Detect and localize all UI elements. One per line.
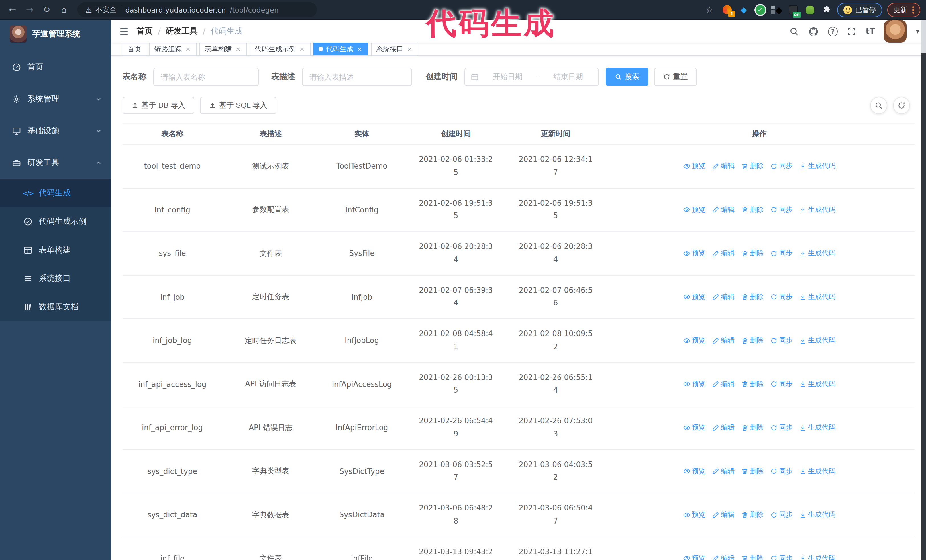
action-generate-link[interactable]: 生成代码 (799, 510, 835, 519)
action-sync-link[interactable]: 同步 (770, 510, 793, 519)
action-edit-link[interactable]: 编辑 (712, 379, 735, 389)
hamburger-icon[interactable] (119, 27, 129, 36)
refresh-table-button[interactable] (893, 97, 910, 114)
action-sync-link[interactable]: 同步 (770, 335, 793, 345)
action-sync-link[interactable]: 同步 (770, 466, 793, 476)
sidebar-item-system-api[interactable]: 系统接口 (0, 264, 111, 293)
table-desc-input[interactable] (302, 68, 412, 86)
extension-gem-icon[interactable]: ◆ (738, 4, 749, 15)
action-preview-link[interactable]: 预览 (683, 554, 705, 560)
action-delete-link[interactable]: 删除 (741, 248, 764, 258)
action-preview-link[interactable]: 预览 (683, 423, 705, 432)
action-preview-link[interactable]: 预览 (683, 379, 705, 389)
action-preview-link[interactable]: 预览 (683, 466, 705, 476)
search-button[interactable]: 搜索 (606, 68, 649, 86)
tag-system-api[interactable]: 系统接口× (371, 43, 418, 55)
browser-back-icon[interactable]: ← (6, 3, 20, 17)
sidebar-item-infrastructure[interactable]: 基础设施 (0, 115, 111, 147)
action-delete-link[interactable]: 删除 (741, 423, 764, 432)
action-delete-link[interactable]: 删除 (741, 205, 764, 214)
action-edit-link[interactable]: 编辑 (712, 335, 735, 345)
action-preview-link[interactable]: 预览 (683, 335, 705, 345)
extension-dark-icon[interactable]: on (788, 4, 799, 15)
close-icon[interactable]: × (356, 45, 363, 53)
action-delete-link[interactable]: 删除 (741, 161, 764, 171)
github-icon[interactable] (808, 26, 819, 37)
action-generate-link[interactable]: 生成代码 (799, 466, 835, 476)
search-icon[interactable] (789, 27, 799, 36)
action-sync-link[interactable]: 同步 (770, 292, 793, 302)
action-sync-link[interactable]: 同步 (770, 161, 793, 171)
close-icon[interactable]: × (185, 45, 191, 53)
profile-paused-button[interactable]: 已暂停 (837, 3, 882, 17)
sidebar-item-home[interactable]: 首页 (0, 51, 111, 83)
action-generate-link[interactable]: 生成代码 (799, 335, 835, 345)
address-bar[interactable]: ⚠ 不安全 dashboard.yudao.iocoder.cn/tool/co… (77, 2, 317, 17)
table-name-input[interactable] (153, 68, 259, 86)
browser-forward-icon[interactable]: → (23, 3, 36, 17)
extension-check-icon[interactable]: ✓ (755, 4, 766, 15)
action-delete-link[interactable]: 删除 (741, 292, 764, 302)
close-icon[interactable]: × (299, 45, 306, 53)
import-db-button[interactable]: 基于 DB 导入 (123, 97, 195, 114)
extension-grid-icon[interactable]: ◆ (771, 4, 782, 15)
action-preview-link[interactable]: 预览 (683, 248, 705, 258)
close-icon[interactable]: × (406, 45, 413, 53)
action-preview-link[interactable]: 预览 (683, 292, 705, 302)
extension-bot-icon[interactable] (804, 4, 816, 15)
action-generate-link[interactable]: 生成代码 (799, 248, 835, 258)
action-preview-link[interactable]: 预览 (683, 510, 705, 519)
tag-form-builder[interactable]: 表单构建× (200, 43, 247, 55)
tag-codegen-example[interactable]: 代码生成示例× (250, 43, 310, 55)
action-sync-link[interactable]: 同步 (770, 423, 793, 432)
tag-tracing[interactable]: 链路追踪× (149, 43, 197, 55)
caret-down-icon[interactable]: ▾ (916, 28, 919, 35)
vertical-scrollbar[interactable] (921, 20, 926, 560)
app-logo-row[interactable]: 芋道管理系统 (0, 20, 111, 48)
sidebar-item-system[interactable]: 系统管理 (0, 83, 111, 115)
action-generate-link[interactable]: 生成代码 (799, 161, 835, 171)
action-edit-link[interactable]: 编辑 (712, 205, 735, 214)
action-delete-link[interactable]: 删除 (741, 466, 764, 476)
date-range-picker[interactable]: 开始日期 - 结束日期 (465, 68, 599, 86)
sidebar-item-devtools[interactable]: 研发工具 (0, 147, 111, 179)
action-generate-link[interactable]: 生成代码 (799, 554, 835, 560)
browser-update-button[interactable]: 更新 (887, 3, 920, 17)
action-edit-link[interactable]: 编辑 (712, 292, 735, 302)
action-edit-link[interactable]: 编辑 (712, 554, 735, 560)
action-sync-link[interactable]: 同步 (770, 554, 793, 560)
action-delete-link[interactable]: 删除 (741, 510, 764, 519)
extensions-puzzle-icon[interactable] (820, 4, 832, 15)
action-generate-link[interactable]: 生成代码 (799, 292, 835, 302)
sidebar-item-db-docs[interactable]: 数据库文档 (0, 293, 111, 321)
action-sync-link[interactable]: 同步 (770, 248, 793, 258)
tag-codegen[interactable]: 代码生成× (313, 43, 368, 55)
close-icon[interactable]: × (235, 45, 242, 53)
bookmark-star-icon[interactable]: ☆ (703, 3, 716, 17)
breadcrumb-devtools[interactable]: 研发工具 (165, 26, 197, 36)
browser-home-icon[interactable]: ⌂ (57, 3, 71, 17)
action-edit-link[interactable]: 编辑 (712, 161, 735, 171)
fullscreen-icon[interactable] (847, 27, 856, 36)
action-delete-link[interactable]: 删除 (741, 554, 764, 560)
action-generate-link[interactable]: 生成代码 (799, 423, 835, 432)
user-avatar[interactable] (884, 20, 907, 43)
action-delete-link[interactable]: 删除 (741, 379, 764, 389)
action-preview-link[interactable]: 预览 (683, 205, 705, 214)
sidebar-item-codegen-example[interactable]: 代码生成示例 (0, 207, 111, 236)
action-edit-link[interactable]: 编辑 (712, 248, 735, 258)
toggle-search-button[interactable] (870, 97, 887, 114)
action-edit-link[interactable]: 编辑 (712, 423, 735, 432)
scrollbar-thumb[interactable] (921, 20, 926, 53)
action-generate-link[interactable]: 生成代码 (799, 205, 835, 214)
action-generate-link[interactable]: 生成代码 (799, 379, 835, 389)
extension-colorwheel-icon[interactable]: 1 (722, 4, 733, 15)
action-edit-link[interactable]: 编辑 (712, 466, 735, 476)
browser-menu-icon[interactable] (912, 6, 914, 14)
tag-home[interactable]: 首页 (123, 43, 147, 55)
action-sync-link[interactable]: 同步 (770, 205, 793, 214)
browser-reload-icon[interactable]: ↻ (40, 3, 54, 17)
font-size-icon[interactable]: tT (865, 27, 875, 36)
sidebar-item-codegen[interactable]: </> 代码生成 (0, 179, 111, 207)
import-sql-button[interactable]: 基于 SQL 导入 (200, 97, 277, 114)
